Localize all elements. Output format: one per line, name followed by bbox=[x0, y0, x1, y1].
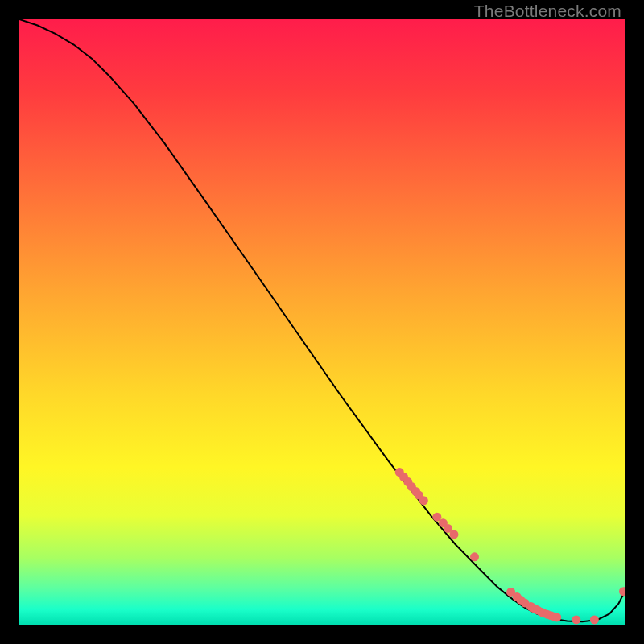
chart-plot bbox=[19, 19, 625, 625]
scatter-point bbox=[572, 615, 580, 624]
scatter-point bbox=[470, 552, 479, 561]
watermark-text: TheBottleneck.com bbox=[474, 2, 621, 21]
scatter-point bbox=[552, 613, 561, 621]
scatter-point bbox=[590, 615, 599, 624]
scatter-point bbox=[449, 530, 458, 539]
scatter-point bbox=[419, 496, 428, 505]
chart-stage: TheBottleneck.com bbox=[0, 0, 644, 644]
gradient-background bbox=[19, 19, 625, 625]
